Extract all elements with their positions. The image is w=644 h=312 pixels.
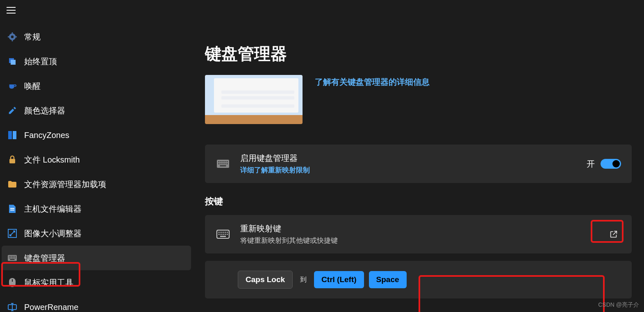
svg-rect-47: [223, 232, 224, 233]
svg-rect-12: [10, 210, 14, 210]
mouse-icon: [8, 278, 17, 287]
svg-rect-51: [221, 234, 222, 235]
open-remap-button[interactable]: [606, 227, 621, 242]
sidebar-item-general[interactable]: 常规: [2, 25, 191, 49]
sidebar-item-label: 键盘管理器: [24, 253, 65, 264]
pin-icon: [8, 57, 17, 66]
enable-title: 启用键盘管理器: [240, 153, 577, 164]
sidebar-item-label: 主机文件编辑器: [24, 203, 82, 215]
sidebar-item-fancyzones[interactable]: FancyZones: [2, 123, 191, 147]
svg-rect-38: [218, 163, 220, 165]
sidebar-item-label: 始终置顶: [24, 56, 57, 67]
svg-rect-24: [15, 258, 16, 258]
svg-rect-33: [218, 161, 220, 163]
sidebar-item-label: 文件 Locksmith: [24, 154, 80, 165]
svg-rect-23: [14, 258, 14, 258]
toggle-state-label: 开: [587, 158, 595, 170]
svg-rect-25: [10, 259, 15, 260]
svg-rect-43: [220, 165, 226, 167]
rename-icon: [8, 303, 17, 312]
hero-image: [205, 75, 303, 124]
enable-toggle[interactable]: [601, 159, 621, 169]
svg-rect-19: [15, 256, 16, 257]
key-to-0: Ctrl (Left): [314, 271, 364, 288]
enable-card: 启用键盘管理器 详细了解重新映射限制 开: [205, 145, 632, 183]
keys-heading: 按键: [205, 195, 632, 208]
sidebar-item-label: 常规: [24, 32, 41, 43]
mapping-row: Caps Lock 到 Ctrl (Left) Space: [216, 271, 621, 289]
remap-sub: 将键重新映射到其他键或快捷键: [240, 236, 596, 245]
svg-rect-20: [9, 258, 10, 258]
svg-rect-15: [9, 256, 10, 257]
svg-rect-11: [10, 208, 14, 209]
svg-rect-17: [12, 256, 13, 257]
sidebar-item-label: 唤醒: [24, 81, 41, 92]
svg-rect-42: [227, 163, 228, 165]
sidebar-item-colorpicker[interactable]: 颜色选择器: [2, 98, 191, 123]
svg-point-1: [11, 36, 14, 38]
sidebar-item-alwaysontop[interactable]: 始终置顶: [2, 49, 191, 74]
svg-rect-27: [12, 279, 13, 282]
sidebar-item-label: 鼠标实用工具: [24, 277, 73, 288]
sidebar-item-label: PowerRename: [24, 303, 78, 312]
svg-rect-55: [220, 236, 226, 237]
sidebar-item-label: FancyZones: [24, 131, 69, 140]
svg-rect-46: [221, 232, 222, 233]
menu-button[interactable]: [5, 4, 17, 16]
folder-icon: [8, 180, 17, 189]
remap-limits-link[interactable]: 详细了解重新映射限制: [240, 165, 577, 175]
keyboard-outline-icon: [216, 230, 230, 239]
svg-rect-41: [225, 163, 226, 165]
main-content: 键盘管理器 了解有关键盘管理器的详细信息 启用键盘管理器 详细了解重新映射限制 …: [193, 20, 644, 312]
svg-rect-39: [221, 163, 222, 165]
svg-rect-50: [218, 234, 220, 235]
to-label: 到: [298, 276, 309, 284]
remap-card: 重新映射键 将键重新映射到其他键或快捷键: [205, 215, 632, 253]
remap-title: 重新映射键: [240, 223, 596, 234]
sidebar-item-powerrename[interactable]: PowerRename: [2, 295, 191, 312]
sidebar-item-label: 图像大小调整器: [24, 228, 82, 239]
dropper-icon: [8, 106, 17, 115]
svg-rect-45: [218, 232, 220, 233]
gear-icon: [8, 32, 17, 41]
lock-icon: [8, 155, 17, 164]
svg-rect-49: [227, 232, 228, 233]
key-to-1: Space: [369, 271, 407, 288]
sidebar-item-label: 颜色选择器: [24, 105, 65, 116]
svg-rect-48: [225, 232, 226, 233]
sidebar-item-imageresizer[interactable]: 图像大小调整器: [2, 221, 191, 246]
sidebar-item-explorer[interactable]: 文件资源管理器加载项: [2, 172, 191, 197]
svg-rect-22: [12, 258, 13, 258]
svg-rect-35: [223, 161, 224, 163]
sidebar-item-keyboardmanager[interactable]: 键盘管理器: [2, 246, 191, 270]
svg-rect-34: [221, 161, 222, 163]
sidebar-item-mouse[interactable]: 鼠标实用工具: [2, 270, 191, 295]
svg-rect-37: [227, 161, 228, 163]
svg-rect-36: [225, 161, 226, 163]
sidebar-item-hosts[interactable]: 主机文件编辑器: [2, 197, 191, 221]
learn-more-link[interactable]: 了解有关键盘管理器的详细信息: [315, 75, 430, 88]
page-title: 键盘管理器: [205, 43, 632, 65]
file-icon: [8, 204, 17, 213]
svg-rect-8: [8, 131, 12, 139]
keyboard-icon: [216, 160, 230, 168]
keyboard-icon: [8, 253, 17, 262]
resize-icon: [8, 229, 17, 238]
key-from: Caps Lock: [238, 271, 293, 289]
svg-rect-21: [10, 258, 11, 258]
svg-rect-53: [225, 234, 226, 235]
sidebar-item-awake[interactable]: 唤醒: [2, 74, 191, 98]
svg-rect-52: [223, 234, 224, 235]
svg-rect-9: [13, 131, 16, 139]
zones-icon: [8, 131, 17, 140]
watermark: CSDN @亮子介: [598, 301, 639, 309]
sidebar-item-filelocksmith[interactable]: 文件 Locksmith: [2, 147, 191, 172]
mapping-card: Caps Lock 到 Ctrl (Left) Space: [205, 261, 632, 298]
svg-rect-10: [9, 159, 15, 163]
svg-rect-18: [14, 256, 14, 257]
sidebar: 常规 始终置顶 唤醒 颜色选择器 FancyZones: [0, 20, 193, 312]
svg-rect-40: [223, 163, 224, 165]
svg-rect-16: [10, 256, 11, 257]
sidebar-item-label: 文件资源管理器加载项: [24, 179, 106, 190]
svg-rect-54: [227, 234, 228, 235]
